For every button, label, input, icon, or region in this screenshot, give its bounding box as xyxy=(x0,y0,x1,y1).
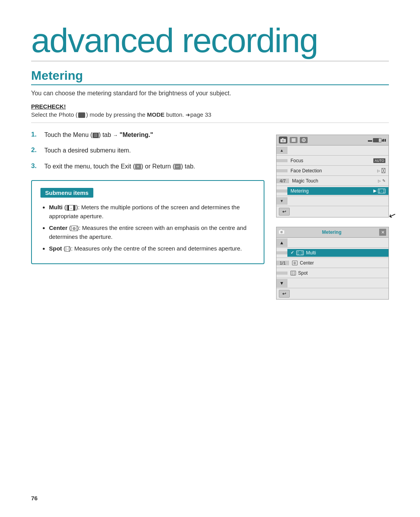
nav-up-button[interactable]: ▲ xyxy=(276,147,287,154)
up-triangle: ▲ xyxy=(280,148,284,152)
settings-tab-icon[interactable] xyxy=(300,137,308,143)
face-icon: ╳ xyxy=(382,168,385,173)
step-3: 3. To exit the menu, touch the Exit (✕) … xyxy=(31,162,264,171)
metering-content: Metering ▶ [ - ] xyxy=(287,187,388,195)
step-number-2: 2. xyxy=(31,146,40,154)
panel2-title: Metering xyxy=(287,230,377,235)
panel2-spot-content: [·] Spot xyxy=(287,269,388,277)
magic-value: ▷ ✎ xyxy=(378,179,385,183)
center-icon: ⊚ xyxy=(71,226,77,231)
menu-tab-icon[interactable] xyxy=(290,137,298,143)
panel2-nav-up-button[interactable]: ▲ xyxy=(276,238,287,247)
panel2-up-spacer xyxy=(287,242,388,244)
panel-nav-down-row: ▼ xyxy=(276,196,388,206)
panel-metering-row[interactable]: Metering ▶ [ - ] xyxy=(276,186,388,196)
magic-content: Magic Touch ▷ ✎ xyxy=(289,177,388,185)
panel2-return-button[interactable]: ↩ xyxy=(279,290,290,298)
list-item: Spot (·): Measures only the centre of th… xyxy=(49,244,255,253)
down-triangle: ▼ xyxy=(280,199,284,203)
svg-rect-4 xyxy=(292,140,296,140)
panel2-nav-up-row: ▲ xyxy=(276,238,388,248)
multi-icon: ▌-▐ xyxy=(66,205,76,210)
magic-icon: ✎ xyxy=(382,179,385,183)
list-item: Center (⊚): Measures the entire screen w… xyxy=(49,224,255,241)
panel-focus-row[interactable]: Focus AUTO xyxy=(276,156,388,166)
svg-rect-10 xyxy=(280,230,282,231)
face-nav xyxy=(276,169,287,172)
metering-icon: [ - ] xyxy=(378,189,385,193)
panel2-nav-down-button[interactable]: ▼ xyxy=(276,279,287,287)
panel2-center-row[interactable]: 1/1 ⊚ Center xyxy=(276,258,388,268)
panel2-spot-row[interactable]: [·] Spot xyxy=(276,268,388,278)
close-button[interactable]: ✕ xyxy=(379,229,386,236)
step-2: 2. Touch a desired submenu item. xyxy=(31,146,264,155)
panel2-return-row: ↩ xyxy=(276,288,388,299)
nav-down-button[interactable]: ▼ xyxy=(276,197,287,205)
multi-check: ✓ xyxy=(290,250,294,255)
camera-icon xyxy=(78,112,85,118)
panel2-multi-row[interactable]: ✓ [ - ] Multi xyxy=(276,248,388,258)
face-play-icon: ▷ xyxy=(377,169,380,173)
precheck-label: PRECHECK! xyxy=(31,103,389,110)
center-item-label: Center xyxy=(300,260,314,266)
panel2-multi-nav xyxy=(276,251,287,254)
focus-value: AUTO xyxy=(373,158,385,163)
ui-panels: ▬ ▮▮ ▲ Focus AUTO xyxy=(276,135,389,300)
exit-x-icon: ✕ xyxy=(135,164,141,170)
step-1: 1. Touch the Menu (☷) tab → "Metering." xyxy=(31,131,264,139)
panel2-header: Metering ✕ xyxy=(276,227,388,238)
panel-magic-touch-row[interactable]: 4/7 Magic Touch ▷ ✎ xyxy=(276,176,388,186)
magic-touch-label: Magic Touch xyxy=(292,178,318,184)
svg-rect-3 xyxy=(292,138,296,139)
step-text-1: Touch the Menu (☷) tab → "Metering." xyxy=(44,131,153,139)
step-number-3: 3. xyxy=(31,162,40,170)
magic-play-icon: ▷ xyxy=(378,179,381,183)
face-content: Face Detection ▷ ╳ xyxy=(287,167,388,175)
mode-bold: MODE xyxy=(147,111,164,118)
panel2-down-triangle: ▼ xyxy=(280,280,284,286)
metering-label: Metering xyxy=(290,188,309,194)
panel-header: ▬ ▮▮ xyxy=(276,135,388,145)
svg-rect-2 xyxy=(282,138,284,139)
metering-value: ▶ [ - ] xyxy=(373,188,385,193)
metering-submenu-panel: Metering ✕ ▲ ✓ [ - ] Multi xyxy=(276,227,389,300)
spot-label: Spot xyxy=(49,245,62,252)
focus-nav xyxy=(276,159,287,162)
panel2-up-triangle: ▲ xyxy=(280,240,284,245)
panel2-page-indicator: 1/1 xyxy=(276,261,289,265)
svg-point-1 xyxy=(282,139,284,142)
auto-badge: AUTO xyxy=(373,158,385,163)
panel2-multi-content: ✓ [ - ] Multi xyxy=(287,249,388,257)
submenu-box: Submenu items Multi (▌-▐): Meters the mu… xyxy=(31,180,264,264)
return-inline-icon: ↩ xyxy=(175,164,181,170)
spot-icon: · xyxy=(66,246,69,252)
precheck-text: Select the Photo () mode by pressing the… xyxy=(31,111,389,123)
face-value: ▷ ╳ xyxy=(377,168,385,173)
memory-icon: ▬ xyxy=(368,138,372,142)
svg-point-7 xyxy=(303,140,304,141)
return-button[interactable]: ↩ xyxy=(279,208,290,216)
multi-item-icon: [ - ] xyxy=(296,251,304,255)
panel-return-row: ↩ xyxy=(276,206,388,217)
page-indicator-1: 4/7 xyxy=(276,179,289,183)
panel2-center-content: ⊚ Center xyxy=(289,259,388,267)
panel2-spot-nav xyxy=(276,272,287,275)
page-title: advanced recording xyxy=(31,23,389,61)
panel-down-spacer xyxy=(287,200,388,202)
steps-and-ui-container: 1. Touch the Menu (☷) tab → "Metering." … xyxy=(31,131,389,300)
focus-content: Focus AUTO xyxy=(287,157,388,165)
metering-quote: "Metering." xyxy=(120,131,153,138)
panel2-down-spacer xyxy=(287,282,388,284)
section-description: You can choose the metering standard for… xyxy=(31,90,389,97)
battery-icons: ▬ ▮▮ xyxy=(368,138,386,142)
precheck-block: PRECHECK! Select the Photo () mode by pr… xyxy=(31,103,389,123)
steps-column: 1. Touch the Menu (☷) tab → "Metering." … xyxy=(31,131,264,264)
spot-item-label: Spot xyxy=(298,270,308,276)
panel-nav-up-row: ▲ xyxy=(276,145,388,156)
submenu-title: Submenu items xyxy=(40,188,93,198)
step-text-3: To exit the menu, touch the Exit (✕) or … xyxy=(44,162,195,171)
panel-face-detection-row[interactable]: Face Detection ▷ ╳ xyxy=(276,166,388,176)
face-detection-label: Face Detection xyxy=(290,168,322,174)
submenu-list: Multi (▌-▐): Meters the multiple portion… xyxy=(40,203,255,253)
multi-item-label: Multi xyxy=(306,250,316,256)
